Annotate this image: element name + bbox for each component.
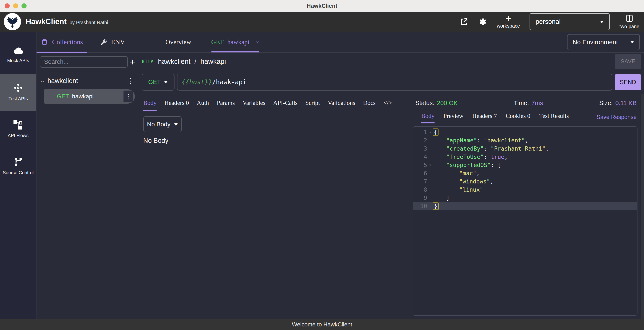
app-window: HawkClient HawkClient by Prashant Rathi — [0, 0, 644, 330]
request-tab-docs[interactable]: Docs — [363, 99, 376, 111]
add-collection-button[interactable]: + — [130, 56, 136, 67]
two-pane-label: two-pane — [619, 24, 639, 29]
settings-button[interactable] — [478, 17, 487, 26]
response-tabs: Body Preview Headers 7 Cookies 0 Test Re… — [411, 111, 641, 123]
chevron-down-icon: ⌄ — [39, 78, 45, 84]
search-row: + — [36, 53, 138, 71]
request-tab-auth[interactable]: Auth — [197, 99, 209, 111]
main-tab-bar: Overview GET hawkapi × No Environment ▼ — [138, 31, 644, 53]
nav-test-apis[interactable]: Test APIs — [0, 74, 36, 111]
collection-menu-button[interactable]: ⋮ — [127, 77, 134, 84]
breadcrumb-collection: hawkclient — [158, 57, 190, 65]
code-line: 2"appName": "hawkclient", — [413, 136, 637, 144]
hawk-logo-icon — [4, 13, 21, 30]
method-select[interactable]: GET ▼ — [142, 74, 174, 90]
request-tab-api-calls[interactable]: API-Calls — [273, 99, 298, 111]
request-tabs: Body Headers 0 Auth Params Variables API… — [143, 98, 411, 111]
status-bar: Welcome to HawkClient — [0, 319, 644, 330]
url-variable: {{host}} — [182, 78, 212, 86]
request-tab-body[interactable]: Body — [143, 99, 156, 111]
text-cursor — [438, 203, 439, 210]
flow-icon — [13, 120, 23, 130]
response-pane: Status: 200 OK Time: 7ms Size: 0.11 KB — [411, 94, 641, 319]
time-label: Time: — [514, 100, 529, 107]
response-tab-headers[interactable]: Headers 7 — [472, 112, 497, 123]
request-tab-code[interactable]: </> — [383, 99, 392, 111]
save-response-button[interactable]: Save Response — [596, 114, 636, 123]
response-tab-cookies[interactable]: Cookies 0 — [506, 112, 530, 123]
sidebar-tabs: Collections ENV — [36, 31, 138, 53]
nav-rail: Mock APIs Test APIs A — [0, 31, 36, 319]
tab-env-label: ENV — [111, 38, 125, 46]
chevron-down-icon: ▼ — [173, 122, 179, 127]
fold-caret-spacer — [427, 153, 433, 161]
collection-item[interactable]: ⌄ hawkclient ⋮ — [36, 75, 138, 86]
request-tab-variables[interactable]: Variables — [242, 99, 265, 111]
code-line: 5▾"supportedOS": [ — [413, 161, 637, 169]
code-line: 1▾{ — [413, 128, 637, 136]
code-lines: 1▾{2"appName": "hawkclient",3"createdBy"… — [413, 128, 637, 210]
close-tab-icon[interactable]: × — [256, 38, 260, 46]
two-pane-icon — [625, 14, 634, 22]
tab-request-hawkapi[interactable]: GET hawkapi × — [211, 31, 259, 52]
fold-caret-spacer — [427, 144, 433, 153]
app-byline: by Prashant Rathi — [70, 20, 108, 25]
response-tab-test-results[interactable]: Test Results — [539, 112, 569, 123]
tab-collections[interactable]: Collections — [36, 31, 87, 52]
diamonds-icon — [13, 82, 24, 93]
breadcrumb-separator: / — [194, 57, 196, 65]
save-button[interactable]: SAVE — [615, 54, 641, 69]
request-menu-button[interactable]: ⋮ — [124, 90, 133, 102]
response-tab-preview[interactable]: Preview — [444, 112, 464, 123]
window-title: HawkClient — [0, 3, 644, 9]
body-mode-select[interactable]: No Body ▼ — [143, 116, 182, 132]
app-name: HawkClient — [26, 17, 66, 26]
method-value: GET — [148, 78, 161, 85]
send-button[interactable]: SEND — [615, 74, 641, 90]
workspace-select-value: personal — [536, 18, 560, 25]
workspace-select[interactable]: personal ▼ — [530, 13, 610, 30]
response-status-row: Status: 200 OK Time: 7ms Size: 0.11 KB — [411, 98, 641, 108]
request-tab-params[interactable]: Params — [217, 99, 235, 111]
open-in-new-button[interactable] — [460, 17, 468, 26]
app-header: HawkClient by Prashant Rathi + workspace… — [0, 12, 644, 31]
fold-caret-icon[interactable]: ▾ — [427, 161, 433, 169]
request-name: hawkapi — [72, 93, 94, 100]
sidebar: Collections ENV + ⌄ hawkclient ⋮ — [36, 31, 138, 319]
response-body-editor[interactable]: 1▾{2"appName": "hawkclient",3"createdBy"… — [413, 126, 638, 316]
size-value: 0.11 KB — [615, 100, 636, 107]
url-input[interactable]: {{host}}/hawk-api — [177, 74, 612, 90]
nav-source-control[interactable]: Source Control — [0, 148, 36, 185]
request-item[interactable]: GET hawkapi ⋮ — [44, 89, 135, 104]
request-tab-validations[interactable]: Validations — [328, 99, 355, 111]
nav-mock-apis[interactable]: Mock APIs — [0, 37, 36, 74]
nav-api-flows[interactable]: API Flows — [0, 111, 36, 148]
code-line: 7"windows", — [413, 177, 637, 186]
code-line: 4"freeToUse": true, — [413, 153, 637, 161]
request-tab-headers[interactable]: Headers 0 — [164, 99, 189, 111]
cloud-icon — [13, 46, 24, 55]
nav-label: Mock APIs — [7, 57, 29, 64]
tab-env[interactable]: ENV — [87, 31, 138, 52]
workspace-label: workspace — [497, 23, 520, 29]
window-scrollbar[interactable] — [641, 94, 644, 319]
two-pane-toggle[interactable]: two-pane — [619, 14, 639, 29]
search-input[interactable] — [40, 56, 128, 68]
fold-caret-spacer — [427, 177, 433, 186]
environment-select[interactable]: No Environment ▼ — [567, 34, 640, 50]
chevron-down-icon: ▼ — [163, 80, 169, 84]
body-mode-value: No Body — [147, 121, 170, 128]
tab-overview[interactable]: Overview — [166, 31, 191, 52]
request-pane: Body Headers 0 Auth Params Variables API… — [138, 94, 411, 319]
code-line: 8"linux" — [413, 186, 637, 194]
git-branch-icon — [13, 157, 23, 167]
request-tab-script[interactable]: Script — [305, 99, 320, 111]
fold-caret-icon[interactable]: ▾ — [427, 128, 433, 136]
fold-caret-spacer — [427, 202, 433, 210]
add-workspace-button[interactable]: + workspace — [497, 15, 520, 29]
request-method: GET — [57, 93, 69, 100]
response-tab-body[interactable]: Body — [421, 112, 434, 123]
titlebar: HawkClient — [0, 0, 644, 12]
status-bar-message: Welcome to HawkClient — [292, 321, 352, 328]
code-line: 3"createdBy": "Prashant Rathi", — [413, 144, 637, 153]
